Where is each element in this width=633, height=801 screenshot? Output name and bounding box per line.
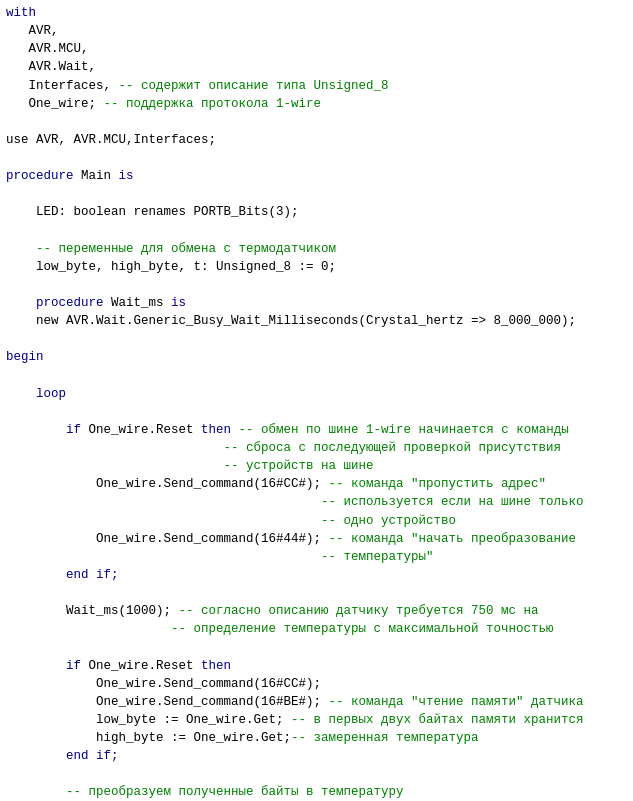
code-content: with AVR, AVR.MCU, AVR.Wait, Interfaces,… [6, 6, 584, 801]
code-editor: with AVR, AVR.MCU, AVR.Wait, Interfaces,… [6, 4, 627, 801]
